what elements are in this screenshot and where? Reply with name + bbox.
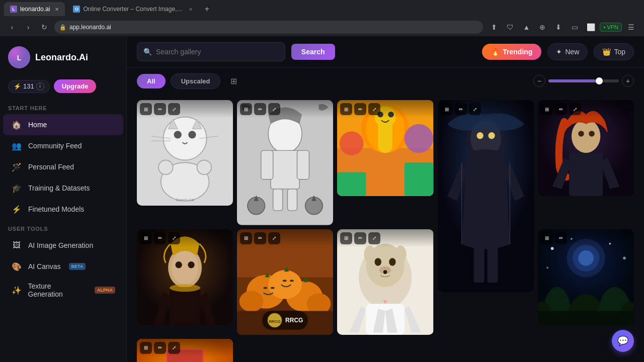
svg-rect-60 <box>170 287 200 325</box>
expand-overlay-icon-7[interactable]: ⤢ <box>268 232 280 244</box>
gallery-item-5[interactable]: ⊞ ✏ ⤢ <box>538 100 634 196</box>
sidebar-item-ai-image[interactable]: 🖼 AI Image Generation <box>3 235 123 256</box>
sidebar-item-ai-canvas[interactable]: 🎨 AI Canvas BETA <box>3 256 123 277</box>
sidebar-item-finetuned[interactable]: ⚡ Finetuned Models <box>3 199 123 220</box>
chat-bubble-button[interactable]: 💬 <box>612 330 634 352</box>
new-tab-button[interactable]: + <box>201 3 213 15</box>
svg-point-36 <box>340 131 364 155</box>
search-button[interactable]: Search <box>291 44 335 60</box>
zoom-in-button[interactable]: + <box>622 75 634 87</box>
upgrade-button[interactable]: Upgrade <box>54 79 97 93</box>
gallery-item-2[interactable]: ⊞ ✏ ⤢ <box>237 100 333 225</box>
expand-overlay-icon-4[interactable]: ⤢ <box>469 103 481 115</box>
share-button[interactable]: ⬆ <box>487 20 501 34</box>
sidebar-item-texture-gen[interactable]: ✨ Texture Generation ALPHA <box>3 277 123 303</box>
alpha-badge: ALPHA <box>95 287 115 294</box>
new-button[interactable]: ✦ New <box>547 43 588 60</box>
expand-overlay-icon-1[interactable]: ⤢ <box>168 103 180 115</box>
zoom-out-button[interactable]: − <box>533 75 545 87</box>
community-icon: 👥 <box>11 140 22 151</box>
nav-label-personal: Personal Feed <box>28 163 74 171</box>
svg-rect-106 <box>538 311 634 325</box>
edit-overlay-icon-7[interactable]: ✏ <box>254 232 266 244</box>
grid-overlay-icon-6[interactable]: ⊞ <box>140 232 152 244</box>
svg-point-88 <box>395 245 407 262</box>
svg-point-96 <box>551 247 554 250</box>
info-icon[interactable]: i <box>36 82 44 90</box>
sidebar-item-home[interactable]: 🏠 Home <box>3 114 123 135</box>
edit-overlay-icon-10[interactable]: ✏ <box>154 342 166 354</box>
download-button[interactable]: ⬇ <box>551 20 566 34</box>
overlay-icons-2: ⊞ ✏ ⤢ <box>240 103 280 115</box>
nav-label-training: Training & Datasets <box>28 184 90 192</box>
forward-button[interactable]: › <box>22 21 34 33</box>
shield-button[interactable]: 🛡 <box>503 20 517 34</box>
gallery-item-8[interactable]: ⊞ ✏ ⤢ <box>337 229 433 335</box>
grid-overlay-icon-4[interactable]: ⊞ <box>441 103 453 115</box>
gallery-item-6[interactable]: ⊞ ✏ ⤢ <box>137 229 233 325</box>
tab-converter[interactable]: O Online Converter – Convert Image, Vi..… <box>67 2 199 16</box>
token-count: 131 <box>23 82 34 90</box>
extension-button[interactable]: ⬜ <box>584 20 598 34</box>
gallery-item-3[interactable]: ⊞ ✏ ⤢ <box>337 100 433 196</box>
grid-overlay-icon-5[interactable]: ⊞ <box>541 103 553 115</box>
tab-close-1[interactable]: ✕ <box>55 7 59 12</box>
expand-overlay-icon-2[interactable]: ⤢ <box>268 103 280 115</box>
edit-overlay-icon-6[interactable]: ✏ <box>154 232 166 244</box>
sidebar-item-community-feed[interactable]: 👥 Community Feed <box>3 135 123 156</box>
edit-overlay-icon-1[interactable]: ✏ <box>154 103 166 115</box>
top-button[interactable]: 👑 Top <box>594 43 634 60</box>
gallery-item-9[interactable]: ⊞ ✏ <box>538 229 634 325</box>
expand-overlay-icon-5[interactable]: ⤢ <box>569 103 581 115</box>
gallery-item-1[interactable]: Sketch Cat ⊞ ✏ ⤢ <box>137 100 233 206</box>
gallery-item-7[interactable]: RRCG RRCG ⊞ ✏ ⤢ <box>237 229 333 335</box>
filter-upscaled-button[interactable]: Upscaled <box>171 73 221 89</box>
expand-overlay-icon-6[interactable]: ⤢ <box>168 232 180 244</box>
tab-favicon-1: L <box>10 6 17 13</box>
edit-overlay-icon-9[interactable]: ✏ <box>555 232 567 244</box>
menu-button[interactable]: ☰ <box>624 20 638 34</box>
grid-overlay-icon-3[interactable]: ⊞ <box>340 103 352 115</box>
edit-overlay-icon-3[interactable]: ✏ <box>354 103 366 115</box>
grid-overlay-icon-10[interactable]: ⊞ <box>140 342 152 354</box>
tab-label-1: leonardo.ai <box>20 6 50 13</box>
back-button[interactable]: ‹ <box>6 21 18 33</box>
gallery-item-10[interactable]: ⊞ ✏ ⤢ <box>137 339 233 362</box>
expand-overlay-icon-10[interactable]: ⤢ <box>168 342 180 354</box>
gallery-item-4[interactable]: ⊞ ✏ ⤢ <box>438 100 534 292</box>
search-icon: 🔍 <box>143 48 152 56</box>
trending-button[interactable]: 🔥 Trending <box>482 44 541 60</box>
edit-overlay-icon-2[interactable]: ✏ <box>254 103 266 115</box>
reload-button[interactable]: ↻ <box>38 21 50 33</box>
edit-overlay-icon-5[interactable]: ✏ <box>555 103 567 115</box>
nav-label-ai-image: AI Image Generation <box>28 241 93 249</box>
grid-view-button[interactable]: ⊞ <box>225 73 242 89</box>
filter-all-button[interactable]: All <box>137 74 166 88</box>
expand-overlay-icon-8[interactable]: ⤢ <box>368 232 380 244</box>
sidebar-item-personal-feed[interactable]: 🪄 Personal Feed <box>3 156 123 177</box>
expand-overlay-icon-3[interactable]: ⤢ <box>368 103 380 115</box>
grid-overlay-icon-2[interactable]: ⊞ <box>240 103 252 115</box>
address-bar[interactable]: 🔒 app.leonardo.ai <box>54 21 483 34</box>
sidebar-item-training[interactable]: 🎓 Training & Datasets <box>3 177 123 199</box>
grid-overlay-icon-7[interactable]: ⊞ <box>240 232 252 244</box>
top-label: Top <box>614 48 625 56</box>
search-input[interactable] <box>156 48 279 56</box>
cursor-button[interactable]: ⊕ <box>535 20 549 34</box>
svg-point-6 <box>188 131 196 138</box>
fire-icon: 🔥 <box>491 48 500 56</box>
edit-overlay-icon-4[interactable]: ✏ <box>455 103 467 115</box>
app-content: L Leonardo.Ai ⚡ 131 i Upgrade Start Here… <box>0 36 644 362</box>
section-label-start: Start Here <box>0 99 126 114</box>
zoom-slider[interactable] <box>548 79 619 82</box>
grid-overlay-icon-1[interactable]: ⊞ <box>140 103 152 115</box>
edit-overlay-icon-8[interactable]: ✏ <box>354 232 366 244</box>
home-icon: 🏠 <box>11 119 22 130</box>
item-overlay-9: ⊞ ✏ <box>538 229 634 247</box>
tab-close-2[interactable]: ✕ <box>189 7 193 12</box>
triangle-button[interactable]: ▲ <box>519 20 533 34</box>
grid-overlay-icon-9[interactable]: ⊞ <box>541 232 553 244</box>
split-view-button[interactable]: ▭ <box>568 20 582 34</box>
grid-overlay-icon-8[interactable]: ⊞ <box>340 232 352 244</box>
tab-leonardo[interactable]: L leonardo.ai ✕ <box>4 2 65 16</box>
